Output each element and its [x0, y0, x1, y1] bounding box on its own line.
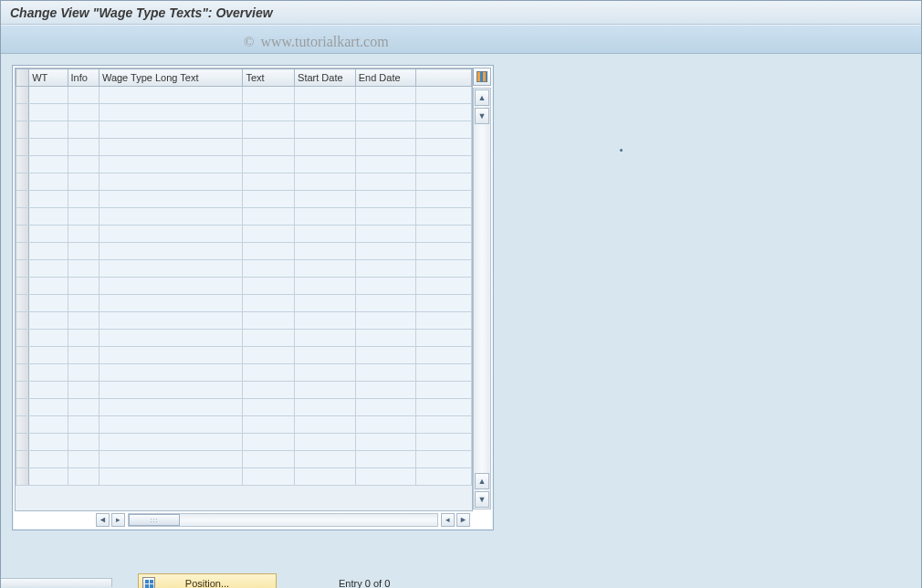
- cell-wt[interactable]: [29, 260, 68, 278]
- column-start-date[interactable]: Start Date: [295, 69, 356, 87]
- row-selector[interactable]: [16, 156, 29, 173]
- cell-end-date[interactable]: [355, 312, 416, 330]
- cell-end-date[interactable]: [355, 226, 416, 243]
- cell-end-date[interactable]: [355, 191, 416, 208]
- cell-info[interactable]: [68, 226, 99, 243]
- cell-long[interactable]: [99, 347, 243, 364]
- cell-text[interactable]: [243, 243, 295, 260]
- scroll-down-button[interactable]: ▼: [475, 491, 489, 508]
- cell-end-date[interactable]: [355, 451, 416, 468]
- cell-text[interactable]: [243, 208, 295, 226]
- cell-long[interactable]: [99, 416, 243, 434]
- cell-wt[interactable]: [29, 434, 68, 451]
- cell-wt[interactable]: [29, 347, 68, 364]
- row-selector[interactable]: [16, 364, 29, 382]
- cell-info[interactable]: [68, 382, 99, 399]
- row-selector[interactable]: [16, 347, 29, 364]
- cell-text[interactable]: [243, 364, 295, 382]
- cell-long[interactable]: [99, 312, 243, 330]
- cell-wt[interactable]: [29, 330, 68, 347]
- cell-long[interactable]: [99, 87, 243, 104]
- cell-wt[interactable]: [29, 278, 68, 295]
- cell-text[interactable]: [243, 260, 295, 278]
- cell-info[interactable]: [68, 278, 99, 295]
- cell-info[interactable]: [68, 416, 99, 434]
- hscroll-track[interactable]: :::: [128, 513, 438, 527]
- column-text[interactable]: Text: [243, 69, 295, 87]
- cell-text[interactable]: [243, 104, 295, 121]
- cell-start-date[interactable]: [295, 260, 356, 278]
- row-selector[interactable]: [16, 434, 29, 451]
- cell-text[interactable]: [243, 416, 295, 434]
- cell-long[interactable]: [99, 382, 243, 399]
- cell-start-date[interactable]: [295, 104, 356, 121]
- cell-info[interactable]: [68, 364, 99, 382]
- cell-text[interactable]: [243, 312, 295, 330]
- cell-end-date[interactable]: [355, 139, 416, 156]
- cell-wt[interactable]: [29, 173, 68, 191]
- position-button[interactable]: Position...: [138, 573, 277, 588]
- cell-start-date[interactable]: [295, 347, 356, 364]
- cell-text[interactable]: [243, 173, 295, 191]
- cell-long[interactable]: [99, 330, 243, 347]
- row-selector[interactable]: [16, 191, 29, 208]
- cell-long[interactable]: [99, 156, 243, 173]
- cell-start-date[interactable]: [295, 173, 356, 191]
- cell-start-date[interactable]: [295, 468, 356, 486]
- cell-info[interactable]: [68, 330, 99, 347]
- cell-info[interactable]: [68, 434, 99, 451]
- cell-long[interactable]: [99, 260, 243, 278]
- cell-info[interactable]: [68, 260, 99, 278]
- cell-text[interactable]: [243, 399, 295, 416]
- cell-end-date[interactable]: [355, 330, 416, 347]
- cell-end-date[interactable]: [355, 121, 416, 139]
- cell-info[interactable]: [68, 104, 99, 121]
- cell-info[interactable]: [68, 243, 99, 260]
- cell-long[interactable]: [99, 139, 243, 156]
- cell-end-date[interactable]: [355, 347, 416, 364]
- cell-text[interactable]: [243, 468, 295, 486]
- cell-text[interactable]: [243, 156, 295, 173]
- row-selector[interactable]: [16, 173, 29, 191]
- cell-wt[interactable]: [29, 295, 68, 312]
- cell-info[interactable]: [68, 173, 99, 191]
- cell-wt[interactable]: [29, 451, 68, 468]
- vertical-scrollbar[interactable]: ▲ ▼ ▲ ▼: [473, 88, 491, 509]
- cell-end-date[interactable]: [355, 208, 416, 226]
- cell-text[interactable]: [243, 347, 295, 364]
- cell-start-date[interactable]: [295, 434, 356, 451]
- cell-long[interactable]: [99, 451, 243, 468]
- cell-end-date[interactable]: [355, 243, 416, 260]
- cell-info[interactable]: [68, 139, 99, 156]
- cell-start-date[interactable]: [295, 312, 356, 330]
- cell-start-date[interactable]: [295, 243, 356, 260]
- cell-start-date[interactable]: [295, 364, 356, 382]
- column-info[interactable]: Info: [68, 69, 99, 87]
- cell-long[interactable]: [99, 468, 243, 486]
- cell-wt[interactable]: [29, 208, 68, 226]
- cell-text[interactable]: [243, 278, 295, 295]
- cell-end-date[interactable]: [355, 382, 416, 399]
- cell-end-date[interactable]: [355, 416, 416, 434]
- row-selector[interactable]: [16, 295, 29, 312]
- cell-end-date[interactable]: [355, 364, 416, 382]
- cell-long[interactable]: [99, 173, 243, 191]
- row-selector[interactable]: [16, 312, 29, 330]
- cell-start-date[interactable]: [295, 416, 356, 434]
- cell-wt[interactable]: [29, 312, 68, 330]
- row-selector[interactable]: [16, 278, 29, 295]
- cell-start-date[interactable]: [295, 226, 356, 243]
- cell-long[interactable]: [99, 191, 243, 208]
- cell-start-date[interactable]: [295, 330, 356, 347]
- cell-wt[interactable]: [29, 399, 68, 416]
- cell-end-date[interactable]: [355, 156, 416, 173]
- scroll-down-step-button[interactable]: ▼: [475, 108, 489, 124]
- table-settings-button[interactable]: [473, 68, 491, 86]
- cell-wt[interactable]: [29, 191, 68, 208]
- cell-wt[interactable]: [29, 226, 68, 243]
- cell-info[interactable]: [68, 121, 99, 139]
- row-selector[interactable]: [16, 208, 29, 226]
- cell-info[interactable]: [68, 399, 99, 416]
- row-selector[interactable]: [16, 226, 29, 243]
- column-wage-type-long-text[interactable]: Wage Type Long Text: [99, 69, 243, 87]
